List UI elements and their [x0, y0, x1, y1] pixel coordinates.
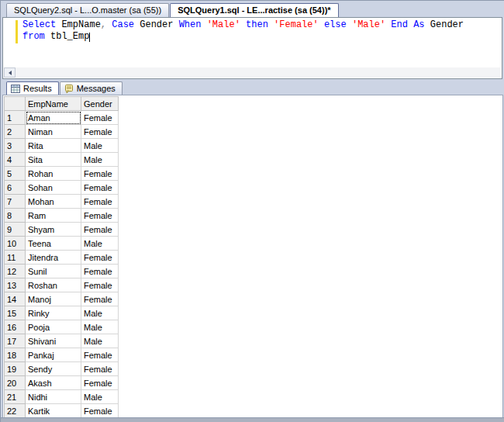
cell-gender[interactable]: Female — [81, 278, 119, 292]
scroll-left-button[interactable] — [4, 67, 16, 78]
table-row: 2NimanFemale — [5, 125, 119, 139]
code-lines[interactable]: Select EmpName, Case Gender When 'Male' … — [22, 19, 500, 43]
cell-gender[interactable]: Male — [81, 153, 119, 167]
cell-empname[interactable]: Shyam — [26, 223, 81, 237]
row-number-cell[interactable]: 3 — [5, 139, 26, 153]
table-row: 22KartikFemale — [5, 404, 119, 418]
cell-empname[interactable]: Sohan — [26, 181, 81, 195]
editor-horizontal-scrollbar[interactable] — [4, 67, 501, 78]
row-number-cell[interactable]: 6 — [5, 181, 26, 195]
code-token: Case — [112, 19, 134, 30]
sql-editor[interactable]: Select EmpName, Case Gender When 'Male' … — [2, 17, 502, 79]
cell-empname[interactable]: Ram — [26, 209, 81, 223]
cell-empname[interactable]: Jitendra — [26, 251, 81, 265]
cell-gender[interactable]: Female — [81, 404, 119, 418]
cell-gender[interactable]: Female — [81, 265, 119, 278]
cell-empname[interactable]: Sendy — [26, 362, 81, 376]
cell-empname[interactable]: Manoj — [26, 292, 81, 306]
row-number-cell[interactable]: 14 — [5, 292, 26, 306]
grid-header-row: EmpName Gender — [5, 97, 119, 111]
cell-gender[interactable]: Male — [81, 139, 119, 153]
table-row: 8RamFemale — [5, 209, 119, 223]
row-number-cell[interactable]: 17 — [5, 334, 26, 348]
cell-gender[interactable]: Male — [81, 334, 119, 348]
row-number-cell[interactable]: 11 — [5, 251, 26, 265]
row-number-cell[interactable]: 19 — [5, 362, 26, 376]
cell-empname[interactable]: Akash — [26, 376, 81, 390]
cell-gender[interactable]: Female — [81, 223, 119, 237]
column-header-empname[interactable]: EmpName — [26, 97, 81, 111]
cell-empname[interactable]: Shivani — [26, 334, 81, 348]
code-line[interactable]: Select EmpName, Case Gender When 'Male' … — [22, 19, 500, 31]
row-number-cell[interactable]: 16 — [5, 320, 26, 334]
table-row: 14ManojFemale — [5, 292, 119, 306]
cell-gender[interactable]: Male — [81, 237, 119, 251]
cell-empname[interactable]: Roshan — [26, 278, 81, 292]
cell-empname[interactable]: Pooja — [26, 320, 81, 334]
code-line[interactable]: from tbl_Emp — [22, 31, 500, 43]
cell-gender[interactable]: Male — [81, 306, 119, 320]
results-grid: EmpName Gender 1AmanFemale2NimanFemale3R… — [4, 96, 119, 422]
cell-empname[interactable]: Pankaj — [26, 348, 81, 362]
row-number-cell[interactable]: 7 — [5, 195, 26, 209]
code-token — [201, 19, 206, 30]
cell-gender[interactable]: Female — [81, 348, 119, 362]
tab-sqlquery1[interactable]: SQLQuery1.sql - LE...ractise (sa (54))* — [170, 3, 338, 17]
cell-empname[interactable]: Rohan — [26, 167, 81, 181]
row-number-cell[interactable]: 22 — [5, 404, 26, 418]
cell-empname[interactable]: Rita — [26, 139, 81, 153]
code-token: Gender — [134, 19, 179, 30]
row-number-cell[interactable]: 18 — [5, 348, 26, 362]
messages-icon — [64, 85, 74, 93]
cell-empname[interactable]: Aman — [26, 111, 81, 125]
cell-empname[interactable]: Teena — [26, 237, 81, 251]
results-grid-body: 1AmanFemale2NimanFemale3RitaMale4SitaMal… — [5, 111, 119, 422]
cell-gender[interactable]: Male — [81, 320, 119, 334]
row-number-cell[interactable]: 21 — [5, 390, 26, 404]
row-number-cell[interactable]: 5 — [5, 167, 26, 181]
code-token: 'Male' — [207, 19, 240, 30]
row-number-cell[interactable]: 12 — [5, 265, 26, 278]
cell-gender[interactable]: Female — [81, 292, 119, 306]
code-token — [240, 19, 246, 30]
cell-gender[interactable]: Female — [81, 195, 119, 209]
cell-gender[interactable]: Male — [81, 390, 119, 404]
grid-corner-cell[interactable] — [5, 97, 26, 111]
cell-gender[interactable]: Female — [81, 111, 119, 125]
code-token: EmpName — [56, 19, 101, 30]
row-number-cell[interactable]: 20 — [5, 376, 26, 390]
row-number-cell[interactable]: 1 — [5, 111, 26, 125]
tab-sqlquery2[interactable]: SQLQuery2.sql - L...O.master (sa (55)) — [6, 3, 169, 17]
row-number-cell[interactable]: 2 — [5, 125, 26, 139]
cell-gender[interactable]: Female — [81, 181, 119, 195]
cell-empname[interactable]: Sunil — [26, 265, 81, 278]
row-number-cell[interactable]: 15 — [5, 306, 26, 320]
row-number-cell[interactable]: 13 — [5, 278, 26, 292]
row-number-cell[interactable]: 8 — [5, 209, 26, 223]
cell-gender[interactable]: Female — [81, 251, 119, 265]
results-tabstrip: Results Messages — [6, 81, 123, 95]
cell-empname[interactable]: Nidhi — [26, 390, 81, 404]
cell-empname[interactable]: Niman — [26, 125, 81, 139]
column-header-gender[interactable]: Gender — [81, 97, 119, 111]
tab-results[interactable]: Results — [6, 81, 59, 95]
table-row: 7MohanFemale — [5, 195, 119, 209]
table-row: 16PoojaMale — [5, 320, 119, 334]
cell-empname[interactable]: Mohan — [26, 195, 81, 209]
cell-gender[interactable]: Female — [81, 167, 119, 181]
code-token: End — [391, 19, 408, 30]
cell-gender[interactable]: Female — [81, 209, 119, 223]
tab-messages[interactable]: Messages — [60, 81, 123, 95]
cell-gender[interactable]: Female — [81, 376, 119, 390]
row-number-cell[interactable]: 10 — [5, 237, 26, 251]
results-horizontal-scrollbar[interactable] — [1, 417, 504, 422]
table-row: 1AmanFemale — [5, 111, 119, 125]
cell-empname[interactable]: Sita — [26, 153, 81, 167]
cell-gender[interactable]: Female — [81, 362, 119, 376]
cell-empname[interactable]: Kartik — [26, 404, 81, 418]
row-number-cell[interactable]: 4 — [5, 153, 26, 167]
text-cursor — [89, 33, 90, 42]
row-number-cell[interactable]: 9 — [5, 223, 26, 237]
cell-empname[interactable]: Rinky — [26, 306, 81, 320]
cell-gender[interactable]: Female — [81, 125, 119, 139]
